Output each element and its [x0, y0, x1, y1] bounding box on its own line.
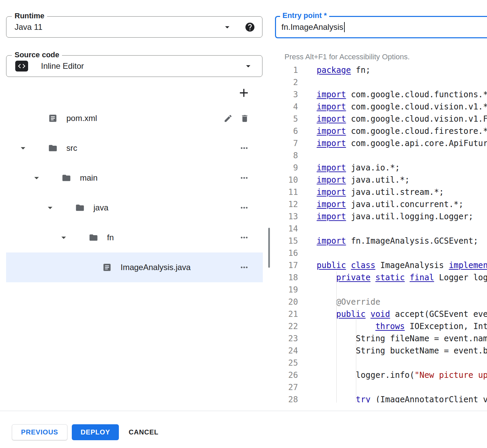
- code-line[interactable]: 17public class ImageAnalysis implemen: [275, 259, 487, 271]
- code-text: [298, 357, 317, 369]
- tree-folder-fn[interactable]: fn: [6, 223, 263, 252]
- tree-folder-main[interactable]: main: [6, 163, 263, 193]
- code-lines: 1package fn;23import com.google.cloud.fu…: [275, 64, 487, 403]
- tree-scrollbar[interactable]: [268, 228, 270, 268]
- entry-point-input[interactable]: fn.ImageAnalysis: [281, 22, 345, 32]
- file-icon: [48, 114, 58, 123]
- code-icon: [15, 61, 28, 72]
- code-text: String fileName = event.nam: [298, 332, 487, 345]
- code-text: private static final Logger log: [298, 271, 487, 284]
- tree-file-ImageAnalysis-java[interactable]: ImageAnalysis.java: [6, 252, 263, 282]
- code-line[interactable]: 5import com.google.cloud.vision.v1.F: [275, 113, 487, 125]
- line-number: 12: [275, 198, 298, 210]
- line-number: 2: [275, 76, 298, 88]
- code-text: logger.info("New picture up: [298, 369, 487, 381]
- tree-item-label: fn: [107, 233, 114, 242]
- code-line[interactable]: 7import com.google.api.core.ApiFutur: [275, 137, 487, 149]
- code-line[interactable]: 10import java.util.*;: [275, 174, 487, 186]
- code-line[interactable]: 11import java.util.stream.*;: [275, 186, 487, 198]
- delete-icon[interactable]: [240, 114, 249, 123]
- line-number: 11: [275, 186, 298, 198]
- runtime-select[interactable]: Runtime Java 11: [6, 16, 262, 38]
- deploy-button[interactable]: DEPLOY: [72, 424, 119, 440]
- code-line[interactable]: 13import java.util.logging.Logger;: [275, 210, 487, 223]
- entry-point-field[interactable]: Entry point * fn.ImageAnalysis: [275, 16, 487, 38]
- code-line[interactable]: 6import com.google.cloud.firestore.*: [275, 125, 487, 137]
- add-file-icon[interactable]: [236, 85, 251, 100]
- indent-guide: [336, 271, 337, 403]
- tree-folder-src[interactable]: src: [6, 133, 263, 163]
- code-line[interactable]: 24 String bucketName = event.b: [275, 345, 487, 357]
- code-text: @Override: [298, 296, 380, 308]
- tree-folder-java[interactable]: java: [6, 193, 263, 223]
- folder-icon: [48, 143, 58, 153]
- code-line[interactable]: 21 public void accept(GCSEvent eve: [275, 308, 487, 320]
- code-line[interactable]: 1package fn;: [275, 64, 487, 76]
- file-tree: pom.xmlsrcmainjavafnImageAnalysis.java: [6, 103, 263, 282]
- source-code-label: Source code: [12, 50, 62, 59]
- source-code-select[interactable]: Source code Inline Editor: [6, 55, 262, 77]
- code-line[interactable]: 22 throws IOException, Int: [275, 320, 487, 332]
- more-options-icon[interactable]: [239, 173, 249, 183]
- expand-arrow-icon[interactable]: [31, 172, 42, 183]
- code-editor[interactable]: Press Alt+F1 for Accessibility Options. …: [275, 48, 487, 403]
- more-options-icon[interactable]: [239, 203, 249, 213]
- code-line[interactable]: 25: [275, 357, 487, 369]
- code-text: throws IOException, Int: [298, 320, 487, 332]
- accessibility-hint: Press Alt+F1 for Accessibility Options.: [284, 52, 487, 61]
- code-line[interactable]: 3import com.google.cloud.functions.*: [275, 88, 487, 101]
- expand-arrow-icon[interactable]: [18, 143, 28, 154]
- tree-item-actions: [224, 114, 249, 123]
- code-line[interactable]: 19: [275, 284, 487, 296]
- line-number: 28: [275, 393, 298, 403]
- line-number: 13: [275, 210, 298, 223]
- code-line[interactable]: 14: [275, 223, 487, 235]
- text-cursor: [344, 22, 345, 32]
- line-number: 22: [275, 320, 298, 332]
- help-icon[interactable]: [245, 22, 255, 33]
- tree-item-label: src: [66, 143, 77, 153]
- line-number: 19: [275, 284, 298, 296]
- code-line[interactable]: 27: [275, 381, 487, 393]
- file-icon: [102, 263, 112, 272]
- cancel-button[interactable]: CANCEL: [120, 424, 167, 440]
- code-text: [298, 284, 317, 296]
- code-line[interactable]: 28 try (ImageAnnotatorClient v: [275, 393, 487, 403]
- code-text: import java.util.stream.*;: [298, 186, 444, 198]
- more-options-icon[interactable]: [239, 262, 249, 272]
- more-options-icon[interactable]: [239, 232, 249, 243]
- more-options-icon[interactable]: [239, 143, 249, 153]
- tree-file-pom-xml[interactable]: pom.xml: [6, 103, 263, 133]
- code-line[interactable]: 18 private static final Logger log: [275, 271, 487, 284]
- dropdown-caret-icon[interactable]: [243, 61, 253, 71]
- code-text: package fn;: [298, 64, 370, 76]
- expand-arrow-icon[interactable]: [58, 232, 69, 243]
- dropdown-caret-icon[interactable]: [222, 22, 232, 32]
- line-number: 14: [275, 223, 298, 235]
- code-text: import com.google.cloud.vision.v1.*: [298, 101, 487, 113]
- code-line[interactable]: 20 @Override: [275, 296, 487, 308]
- previous-button[interactable]: PREVIOUS: [12, 424, 67, 440]
- expand-arrow-icon[interactable]: [45, 202, 56, 213]
- code-line[interactable]: 23 String fileName = event.nam: [275, 332, 487, 345]
- line-number: 16: [275, 247, 298, 259]
- code-line[interactable]: 9import java.io.*;: [275, 162, 487, 174]
- code-line[interactable]: 26 logger.info("New picture up: [275, 369, 487, 381]
- code-line[interactable]: 12import java.util.concurrent.*;: [275, 198, 487, 210]
- edit-icon[interactable]: [224, 114, 233, 123]
- line-number: 4: [275, 101, 298, 113]
- code-text: import java.util.logging.Logger;: [298, 210, 473, 223]
- code-line[interactable]: 8: [275, 149, 487, 162]
- line-number: 25: [275, 357, 298, 369]
- code-line[interactable]: 4import com.google.cloud.vision.v1.*: [275, 101, 487, 113]
- code-line[interactable]: 15import fn.ImageAnalysis.GCSEvent;: [275, 235, 487, 247]
- code-line[interactable]: 2: [275, 76, 487, 88]
- code-line[interactable]: 16: [275, 247, 487, 259]
- runtime-value: Java 11: [15, 22, 42, 32]
- entry-point-label: Entry point *: [280, 11, 329, 20]
- code-text: try (ImageAnnotatorClient v: [298, 393, 487, 403]
- folder-icon: [62, 173, 71, 183]
- line-number: 8: [275, 149, 298, 162]
- tree-item-label: main: [80, 173, 98, 183]
- folder-icon: [89, 233, 98, 242]
